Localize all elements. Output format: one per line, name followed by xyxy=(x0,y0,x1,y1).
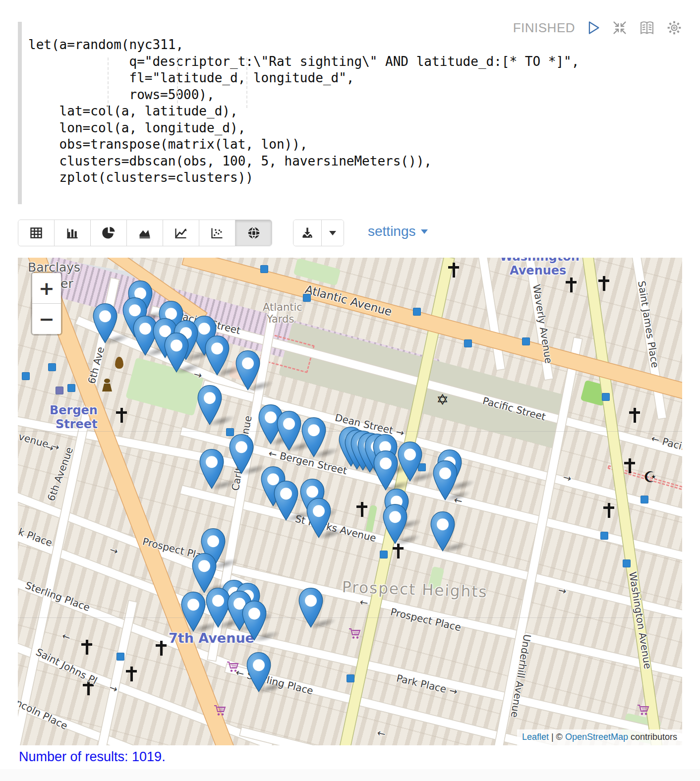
map-label: ← xyxy=(60,630,72,644)
attribution-contributors: contributors xyxy=(628,732,677,742)
paragraph-status-bar: FINISHED xyxy=(513,20,682,36)
cluster-point[interactable] xyxy=(600,532,608,540)
map-marker[interactable] xyxy=(180,591,206,632)
cluster-point[interactable] xyxy=(347,674,354,682)
cluster-point[interactable] xyxy=(464,339,472,347)
map-marker[interactable] xyxy=(301,417,327,457)
cluster-point[interactable] xyxy=(641,496,648,503)
church-cross-icon xyxy=(447,263,460,278)
cluster-point[interactable] xyxy=(22,372,30,380)
indent-guide xyxy=(108,57,109,108)
map-marker[interactable] xyxy=(204,335,230,376)
collapse-icon[interactable] xyxy=(612,20,628,36)
run-icon[interactable] xyxy=(586,20,601,35)
download-group xyxy=(293,220,344,246)
chart-type-group xyxy=(18,220,272,246)
map-marker[interactable] xyxy=(382,503,408,544)
cluster-point[interactable] xyxy=(623,559,631,567)
church-cross-icon xyxy=(602,503,615,518)
map-label: Washington Avenue xyxy=(627,571,654,670)
map-marker[interactable] xyxy=(235,350,261,390)
map-marker[interactable] xyxy=(199,448,225,489)
zoom-in-button[interactable]: + xyxy=(32,273,61,304)
cluster-point[interactable] xyxy=(602,393,610,401)
map-label: Sterling Place xyxy=(24,579,92,614)
community-centre-icon xyxy=(102,379,112,391)
caret-down-icon xyxy=(421,229,428,234)
church-cross-icon xyxy=(125,667,138,681)
map-road xyxy=(479,258,505,370)
chart-table-button[interactable] xyxy=(18,220,55,246)
map-marker[interactable] xyxy=(306,498,332,538)
caret-down-icon xyxy=(329,231,336,235)
editor-gutter xyxy=(18,22,22,204)
church-cross-icon xyxy=(155,641,168,656)
gear-icon[interactable] xyxy=(666,20,682,36)
map-label: Atlantic xyxy=(263,301,302,313)
leaflet-map[interactable]: BarclayserAtlantic AvenueAtlanticYardsWa… xyxy=(18,258,682,745)
cluster-point[interactable] xyxy=(260,265,268,273)
map-marker[interactable] xyxy=(298,587,324,628)
book-icon[interactable] xyxy=(639,20,655,36)
map-label: Street xyxy=(56,417,98,431)
church-cross-icon xyxy=(565,278,578,292)
map-marker[interactable] xyxy=(430,511,456,552)
chart-bar-button[interactable] xyxy=(55,220,91,246)
attribution-separator: | © xyxy=(549,732,565,742)
cluster-point[interactable] xyxy=(380,551,388,558)
openstreetmap-link[interactable]: OpenStreetMap xyxy=(565,732,628,742)
cluster-point[interactable] xyxy=(413,308,421,316)
chart-line-button[interactable] xyxy=(163,220,199,246)
settings-toggle[interactable]: settings xyxy=(368,223,428,239)
map-marker[interactable] xyxy=(432,460,458,501)
supermarket-cart-icon xyxy=(348,627,361,642)
settings-label: settings xyxy=(368,223,416,239)
map-label: → xyxy=(108,544,120,558)
map-canvas: BarclayserAtlantic AvenueAtlanticYardsWa… xyxy=(18,258,682,745)
chart-scatter-button[interactable] xyxy=(199,220,235,246)
cluster-point[interactable] xyxy=(303,294,311,302)
code-editor[interactable]: let(a=random(nyc311, q="descriptor_t:\"R… xyxy=(28,37,579,186)
indent-guide xyxy=(246,57,247,108)
map-marker[interactable] xyxy=(397,441,423,482)
church-cross-icon xyxy=(597,276,610,291)
map-marker[interactable] xyxy=(229,434,254,474)
map-marker[interactable] xyxy=(273,480,299,521)
cluster-point[interactable] xyxy=(117,653,124,661)
map-marker[interactable] xyxy=(241,600,267,641)
notebook-paragraph: let(a=random(nyc311, q="descriptor_t:\"R… xyxy=(18,22,682,207)
synagogue-star-icon: ✡ xyxy=(436,392,449,407)
map-label: venue → xyxy=(18,430,61,453)
chart-area-button[interactable] xyxy=(127,220,163,246)
tile-seam xyxy=(18,617,682,618)
map-zoom-control: + − xyxy=(31,272,62,335)
map-marker[interactable] xyxy=(246,652,272,692)
chart-map-globe-button[interactable] xyxy=(235,220,272,246)
map-marker[interactable] xyxy=(197,385,223,425)
map-label: Washington xyxy=(500,258,580,264)
supermarket-cart-icon xyxy=(213,704,227,719)
download-options-button[interactable] xyxy=(322,220,344,246)
church-cross-icon xyxy=(628,408,641,423)
leaflet-link[interactable]: Leaflet xyxy=(522,732,549,742)
map-marker[interactable] xyxy=(92,303,118,343)
mosque-crescent-icon: ☪ xyxy=(643,470,657,485)
indent-guide xyxy=(177,57,178,108)
map-marker[interactable] xyxy=(373,450,399,491)
map-label: Saint James Place xyxy=(636,280,661,369)
cluster-point[interactable] xyxy=(522,337,530,345)
page-bottom-strip xyxy=(0,769,700,781)
church-cross-icon xyxy=(80,640,93,655)
church-cross-icon xyxy=(355,502,368,517)
map-attribution: Leaflet | © OpenStreetMap contributors xyxy=(517,729,682,745)
map-marker[interactable] xyxy=(276,410,302,451)
cluster-point[interactable] xyxy=(48,363,56,371)
cluster-point[interactable] xyxy=(67,384,75,392)
result-count-text: Number of results: 1019. xyxy=(19,749,166,765)
chart-pie-button[interactable] xyxy=(91,220,127,246)
zoom-out-button[interactable]: − xyxy=(32,304,61,334)
map-marker[interactable] xyxy=(164,332,189,373)
download-button[interactable] xyxy=(293,220,322,246)
cluster-point[interactable] xyxy=(56,387,63,394)
church-cross-icon xyxy=(623,458,636,473)
